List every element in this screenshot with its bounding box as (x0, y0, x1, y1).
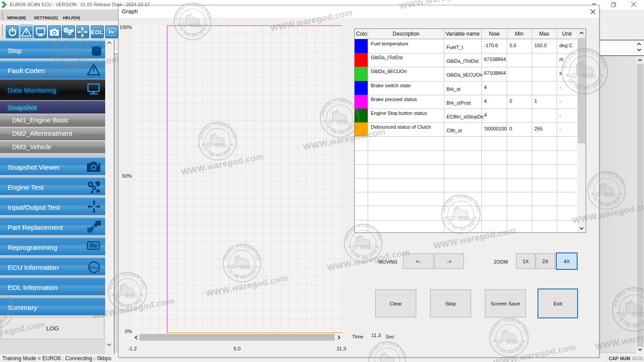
svg-text:ECU: ECU (90, 265, 98, 270)
